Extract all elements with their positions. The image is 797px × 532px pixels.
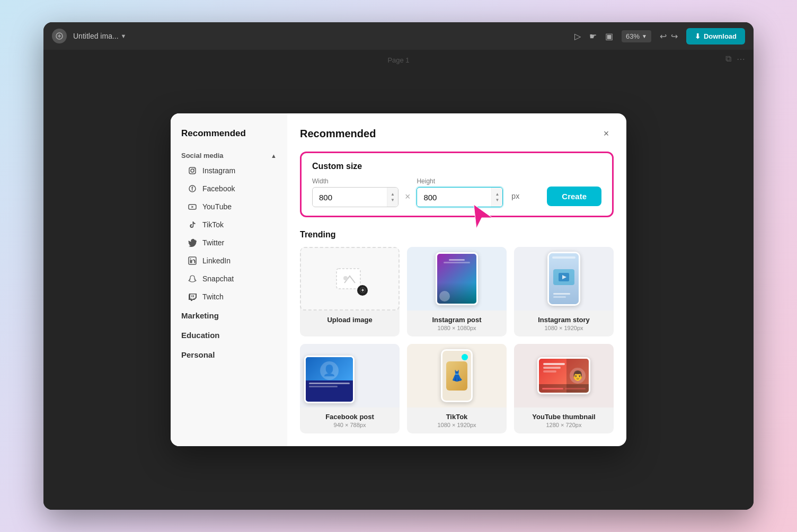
template-info-instagram-story: Instagram story 1080 × 1920px [514, 311, 614, 336]
sidebar-item-label: TikTok [202, 220, 224, 229]
instagram-icon [188, 166, 197, 175]
template-info-instagram-post: Instagram post 1080 × 1080px [407, 311, 507, 336]
template-size-tiktok: 1080 × 1920px [412, 422, 501, 428]
sidebar-item-linkedin[interactable]: LinkedIn [171, 252, 287, 270]
close-button[interactable]: × [599, 126, 614, 141]
custom-size-box: Custom size Width ▲ ▼ [300, 152, 614, 217]
modal-overlay: Recommended Social media ▲ [43, 50, 754, 510]
template-size-instagram-post: 1080 × 1080px [412, 325, 501, 331]
width-input-wrapper: ▲ ▼ [312, 187, 398, 207]
sidebar-item-marketing[interactable]: Marketing [171, 306, 287, 325]
undo-redo: ↩ ↪ [660, 31, 678, 41]
sidebar-item-facebook[interactable]: f Facebook [171, 180, 287, 198]
sidebar-item-instagram[interactable]: Instagram [171, 162, 287, 180]
svg-point-10 [190, 259, 191, 260]
sidebar-item-twitch[interactable]: Twitch [171, 288, 287, 306]
width-label: Width [312, 178, 398, 185]
template-upload-image[interactable]: Upload image [300, 247, 400, 336]
twitter-icon [188, 238, 197, 247]
layout-icon[interactable]: ▣ [605, 31, 613, 41]
sidebar-social-media-category[interactable]: Social media ▲ [171, 145, 287, 162]
app-window: Untitled ima... ▼ ▷ ☛ ▣ 63% ▼ ↩ ↪ ⬇ Down… [43, 22, 754, 510]
template-instagram-story[interactable]: Instagram story 1080 × 1920px [514, 247, 614, 336]
svg-marker-7 [192, 206, 194, 208]
width-spinner[interactable]: ▲ ▼ [387, 188, 398, 207]
download-icon: ⬇ [695, 32, 701, 40]
template-info-tiktok: TikTok 1080 × 1920px [407, 407, 507, 433]
sidebar-item-personal[interactable]: Personal [171, 345, 287, 365]
width-input-group: Width ▲ ▼ [312, 178, 398, 207]
template-size-instagram-story: 1080 × 1920px [519, 325, 608, 331]
cursor-icon[interactable]: ☛ [589, 31, 597, 41]
tiktok-icon [188, 220, 197, 229]
zoom-control[interactable]: 63% ▼ [622, 30, 651, 42]
sidebar-item-snapchat[interactable]: Snapchat [171, 270, 287, 288]
modal-title: Recommended [300, 128, 376, 140]
sidebar-item-label: Snapchat [202, 274, 234, 283]
modal-main-content: Recommended × Custom size Width [287, 113, 626, 446]
upload-icon-wrapper [334, 264, 366, 294]
custom-size-row: Width ▲ ▼ × [312, 178, 601, 207]
template-name-tiktok: TikTok [412, 413, 501, 421]
sidebar-item-tiktok[interactable]: TikTok [171, 216, 287, 234]
modal-dialog: Recommended Social media ▲ [171, 113, 626, 446]
sidebar-item-twitter[interactable]: Twitter [171, 234, 287, 252]
svg-rect-1 [189, 167, 196, 174]
download-button[interactable]: ⬇ Download [686, 28, 745, 45]
title-dropdown-icon[interactable]: ▼ [121, 33, 127, 39]
custom-size-title: Custom size [312, 162, 601, 171]
template-preview-tiktok: 👗 [407, 344, 507, 407]
twitch-icon [188, 292, 197, 302]
template-name-instagram-story: Instagram story [519, 316, 608, 324]
template-size-facebook-post: 940 × 788px [305, 422, 394, 428]
sidebar-item-youtube[interactable]: YouTube [171, 198, 287, 216]
template-name-instagram-post: Instagram post [412, 316, 501, 324]
sidebar-item-label: LinkedIn [202, 256, 231, 265]
top-bar-controls: ▷ ☛ ▣ 63% ▼ ↩ ↪ ⬇ Download [574, 28, 745, 45]
sidebar-item-education[interactable]: Education [171, 325, 287, 345]
sidebar-item-label: Facebook [202, 184, 235, 193]
document-title[interactable]: Untitled ima... ▼ [73, 32, 126, 40]
template-size-youtube: 1280 × 720px [519, 422, 608, 428]
redo-icon[interactable]: ↪ [671, 31, 678, 41]
create-button[interactable]: Create [547, 187, 601, 206]
modal-sidebar: Recommended Social media ▲ [171, 113, 287, 446]
templates-grid: Upload image [300, 247, 614, 433]
height-label: Height [417, 178, 503, 185]
sidebar-recommended-label: Recommended [171, 124, 287, 143]
svg-point-14 [343, 276, 348, 280]
template-facebook-post[interactable]: 👤 [300, 344, 400, 433]
template-name-youtube: YouTube thumbnail [519, 413, 608, 421]
modal-header: Recommended × [300, 126, 614, 141]
template-preview-instagram-post [407, 247, 507, 311]
template-name-facebook-post: Facebook post [305, 413, 394, 421]
canvas-area: Page 1 ⧉ ⋯ Recommended Social media ▲ [43, 50, 754, 510]
template-preview-youtube: 👨 [514, 344, 614, 407]
template-preview-instagram-story [514, 247, 614, 311]
template-name-upload: Upload image [305, 316, 394, 324]
template-instagram-post[interactable]: Instagram post 1080 × 1080px [407, 247, 507, 336]
sidebar-item-label: YouTube [202, 202, 232, 211]
youtube-icon [188, 202, 197, 211]
template-tiktok[interactable]: 👗 TikTok 1080 × 1920px [407, 344, 507, 433]
template-preview-upload [300, 247, 400, 311]
top-bar: Untitled ima... ▼ ▷ ☛ ▣ 63% ▼ ↩ ↪ ⬇ Down… [43, 22, 754, 50]
template-preview-facebook-post: 👤 [300, 344, 400, 407]
width-input[interactable] [313, 189, 387, 206]
undo-icon[interactable]: ↩ [660, 31, 667, 41]
template-info-facebook-post: Facebook post 940 × 788px [300, 407, 400, 433]
play-icon[interactable]: ▷ [574, 31, 581, 41]
template-info-youtube: YouTube thumbnail 1280 × 720px [514, 407, 614, 433]
svg-rect-9 [190, 260, 191, 263]
template-info-upload: Upload image [300, 311, 400, 329]
snapchat-icon [188, 274, 197, 283]
px-label: px [511, 192, 519, 200]
svg-point-3 [194, 169, 195, 170]
template-youtube-thumbnail[interactable]: 👨 [514, 344, 614, 433]
svg-rect-11 [193, 295, 194, 297]
svg-text:f: f [191, 186, 193, 192]
chevron-up-icon: ▲ [271, 153, 277, 159]
linkedin-icon [188, 256, 197, 265]
close-icon: × [604, 128, 609, 139]
sidebar-item-label: Twitch [202, 292, 224, 301]
